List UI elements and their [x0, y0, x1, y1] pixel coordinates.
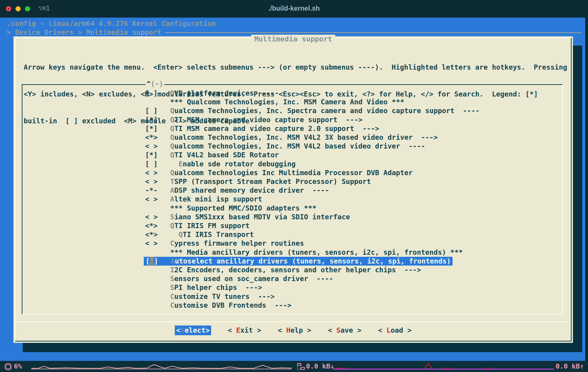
item-label: Qualcomm Technologies, Inc. Spectra came…	[170, 106, 480, 115]
item-marker: < >	[145, 239, 158, 248]
item-label: QTI V4L2 based SDE Rotator	[170, 151, 279, 159]
item-marker: < >	[145, 142, 158, 151]
item-label: TSPP (Transport Stream Packet Processor)…	[170, 177, 371, 186]
item-label: QTI IRIS FM support	[170, 221, 250, 230]
button-separator	[16, 321, 571, 322]
terminal-right-margin	[585, 18, 588, 361]
cpu-graph	[31, 362, 292, 371]
item-label: *** Qualcomm Technologies, Inc. MSM Came…	[170, 98, 404, 106]
item-label: Enable sde rotator debugging	[170, 160, 296, 168]
select-button[interactable]: <Select>	[175, 326, 211, 335]
item-marker: -*-	[145, 186, 158, 195]
load-button[interactable]: < Load >	[378, 326, 412, 335]
item-marker: < >	[145, 168, 158, 177]
item-marker: [ ]	[145, 160, 158, 168]
multimedia-support-dialog: Multimedia support Arrow keys navigate t…	[13, 36, 573, 343]
item-marker: <*>	[145, 221, 158, 230]
button-row: <Select> < Exit > < Help > < Save > < Lo…	[13, 326, 573, 335]
item-label: Qualcomm Technologies Inc Multimedia Pro…	[170, 168, 413, 177]
item-label: Customize TV tuners --->	[170, 292, 275, 301]
item-marker: < >	[145, 195, 158, 204]
item-label: Cypress firmware helper routines	[170, 239, 304, 248]
item-label: Altek mini isp support	[170, 195, 262, 204]
item-label: *** Supported MMC/SDIO adapters ***	[170, 204, 316, 213]
item-label: QTI MSM camera and video capture 2.0 sup…	[170, 124, 379, 133]
scroll-up-indicator[interactable]: ^(-)	[146, 80, 164, 88]
item-marker: <*>	[145, 133, 158, 142]
item-label: DVB platform devices ----	[170, 89, 279, 98]
cpu-percent: 6%	[14, 362, 22, 370]
kernel-config-header: .config - Linux/arm64 4.9.276 Kernel Con…	[7, 20, 216, 28]
network-download: 0.0 kB↓	[306, 362, 334, 370]
item-label: QTI IRIS Transport	[170, 230, 254, 239]
item-marker: [*]	[145, 124, 158, 133]
menu-item-selected[interactable]: [ ]Autoselect ancillary drivers (tuners,…	[144, 257, 452, 266]
terminal: .config - Linux/arm64 4.9.276 Kernel Con…	[0, 18, 585, 361]
item-marker: [*]	[145, 115, 158, 124]
item-marker: [*]	[145, 151, 158, 159]
item-marker: <*>	[145, 230, 158, 239]
item-marker: < >	[145, 177, 158, 186]
item-label: Qualcomm Technologies, Inc. MSM V4L2 3X …	[170, 133, 438, 142]
statusbar: 6% 0.0 kB↓ 0.0 kB↑	[0, 361, 588, 372]
screen: ⌥⌘1 ./build-kernel.sh .config - Linux/ar…	[0, 0, 588, 372]
dialog-title: Multimedia support	[13, 35, 573, 43]
item-label: ADSP shared memory device driver ----	[170, 186, 329, 195]
item-label: I2C Encoders, decoders, sensors and othe…	[170, 266, 421, 274]
item-marker: < >	[145, 213, 158, 221]
network-icon	[297, 362, 305, 371]
cursor-block	[150, 257, 154, 266]
item-marker: [ ]	[145, 106, 158, 115]
item-label: QTI MSM camera and video capture support…	[170, 115, 363, 124]
item-marker: [ ]	[145, 89, 158, 98]
item-label: *** Media ancillary drivers (tuners, sen…	[170, 248, 463, 257]
menu-list: ^(-) [ ]DVB platform devices ---- *** Qu…	[22, 84, 563, 314]
network-upload: 0.0 kB↑	[556, 362, 584, 370]
help-button[interactable]: < Help >	[278, 326, 311, 335]
item-label: Customise DVB Frontends --->	[170, 301, 292, 310]
instructions-line: Arrow keys navigate the menu. <Enter> se…	[24, 63, 567, 72]
item-label: Sensors used on soc_camera driver ----	[170, 274, 333, 283]
exit-button[interactable]: < Exit >	[228, 326, 261, 335]
save-button[interactable]: < Save >	[328, 326, 362, 335]
network-graph	[333, 362, 554, 371]
cpu-icon	[4, 363, 12, 371]
item-label: SPI helper chips --->	[170, 283, 262, 292]
titlebar: ⌥⌘1 ./build-kernel.sh	[0, 0, 588, 18]
item-label: Siano SMS1xxx based MDTV via SDIO interf…	[170, 213, 350, 221]
breadcrumb-rule	[165, 32, 581, 33]
window-title: ./build-kernel.sh	[0, 5, 588, 12]
item-label: Qualcomm Technologies, Inc. MSM V4L2 bas…	[170, 142, 425, 151]
